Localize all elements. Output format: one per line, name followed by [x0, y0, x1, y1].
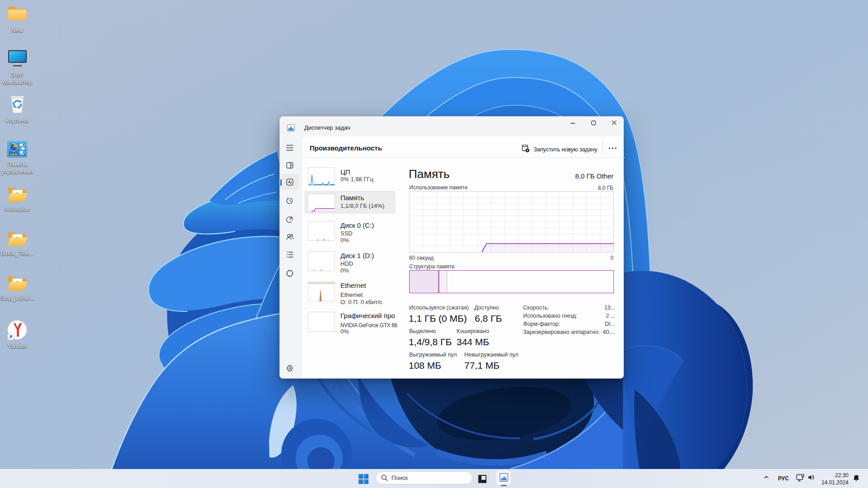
svg-text:z: z: [857, 474, 859, 478]
